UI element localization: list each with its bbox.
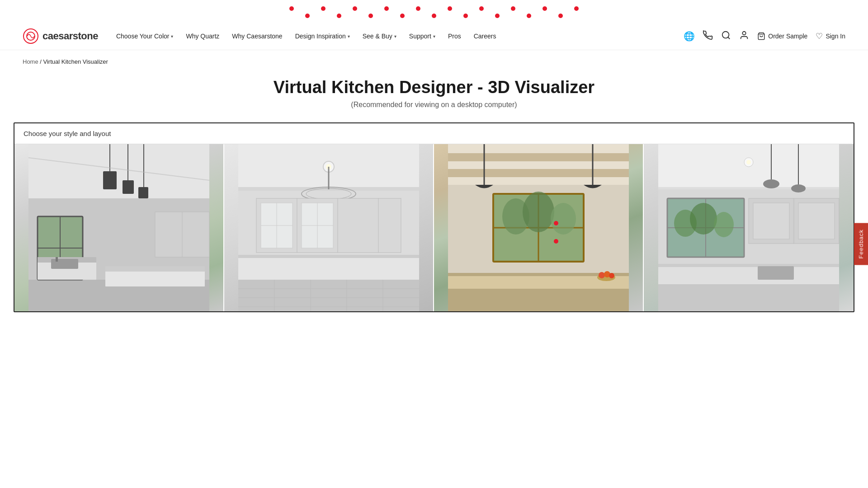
- dot: [527, 14, 531, 18]
- svg-rect-99: [798, 203, 835, 239]
- logo-icon: [23, 28, 39, 44]
- svg-point-90: [690, 203, 717, 235]
- kitchen-modern[interactable]: [14, 144, 224, 311]
- dot: [353, 6, 357, 11]
- dot: [368, 14, 373, 18]
- dot: [432, 14, 436, 18]
- svg-point-3: [743, 31, 746, 34]
- svg-rect-25: [105, 266, 205, 272]
- feedback-tab[interactable]: Feedback: [854, 223, 868, 265]
- dot: [384, 6, 389, 11]
- visualizer-section: Choose your style and layout: [14, 122, 854, 312]
- kitchen-traditional-image: [224, 144, 433, 311]
- dot: [479, 6, 484, 11]
- chevron-down-icon: ▾: [348, 34, 350, 39]
- style-layout-label: Choose your style and layout: [14, 123, 854, 144]
- svg-rect-21: [123, 180, 134, 194]
- nav-why-caesarstone[interactable]: Why Caesarstone: [232, 33, 282, 40]
- search-icon[interactable]: [721, 30, 731, 42]
- breadcrumb-home[interactable]: Home: [23, 58, 38, 65]
- dot: [495, 14, 500, 18]
- svg-rect-78: [448, 289, 629, 311]
- svg-rect-16: [56, 257, 58, 262]
- dot: [400, 14, 405, 18]
- sign-in-button[interactable]: ♡ Sign In: [816, 31, 845, 41]
- svg-rect-81: [658, 187, 839, 189]
- dot: [305, 14, 310, 18]
- svg-rect-49: [238, 257, 419, 280]
- svg-point-84: [746, 160, 751, 164]
- logo[interactable]: caesarstone: [23, 28, 98, 44]
- page-title: Virtual Kitchen Designer - 3D Visualizer: [0, 78, 868, 97]
- svg-point-69: [551, 203, 576, 235]
- header-right: 🌐 Order Sample: [684, 30, 845, 42]
- dot-row-2: [0, 14, 868, 18]
- hotspot-dot[interactable]: [554, 221, 558, 225]
- dot-banner: [0, 0, 868, 23]
- nav-support[interactable]: Support ▾: [409, 33, 435, 40]
- svg-point-91: [714, 212, 734, 237]
- chevron-down-icon: ▾: [433, 34, 435, 39]
- nav-why-quartz[interactable]: Why Quartz: [186, 33, 219, 40]
- kitchen-coastal-image: [644, 144, 854, 311]
- dot: [574, 6, 579, 11]
- kitchen-traditional[interactable]: [224, 144, 434, 311]
- chevron-down-icon: ▾: [171, 34, 173, 39]
- kitchen-coastal[interactable]: [644, 144, 854, 311]
- svg-point-75: [599, 272, 605, 278]
- cart-icon: [757, 32, 765, 40]
- kitchen-grid: [14, 144, 854, 311]
- svg-rect-98: [753, 203, 789, 239]
- dot: [416, 6, 420, 11]
- breadcrumb-current: Virtual Kitchen Visualizer: [43, 58, 108, 65]
- heart-icon: ♡: [816, 31, 823, 41]
- dot: [448, 6, 452, 11]
- page-title-section: Virtual Kitchen Designer - 3D Visualizer…: [0, 69, 868, 122]
- user-icon[interactable]: [739, 30, 749, 42]
- dot: [463, 14, 468, 18]
- breadcrumb-separator: /: [40, 58, 43, 65]
- kitchen-farmhouse-image: [434, 144, 643, 311]
- svg-rect-23: [138, 187, 148, 198]
- svg-rect-24: [105, 271, 205, 286]
- svg-point-77: [609, 273, 614, 278]
- globe-icon[interactable]: 🌐: [684, 31, 695, 42]
- svg-rect-61: [448, 169, 629, 177]
- page-subtitle: (Recommended for viewing on a desktop co…: [0, 101, 868, 109]
- nav-careers[interactable]: Careers: [474, 33, 496, 40]
- nav-pros[interactable]: Pros: [448, 33, 461, 40]
- svg-rect-15: [51, 259, 78, 269]
- svg-point-68: [523, 192, 554, 232]
- nav-design-inspiration[interactable]: Design Inspiration ▾: [295, 33, 350, 40]
- dot: [337, 14, 341, 18]
- hotspot-dot[interactable]: [554, 239, 558, 244]
- kitchen-farmhouse[interactable]: [434, 144, 644, 311]
- svg-rect-101: [658, 264, 839, 267]
- svg-rect-19: [103, 171, 117, 189]
- breadcrumb: Home / Virtual Kitchen Visualizer: [0, 50, 868, 69]
- order-sample-button[interactable]: Order Sample: [757, 32, 807, 40]
- header: caesarstone Choose Your Color ▾ Why Quar…: [0, 23, 868, 50]
- svg-rect-6: [28, 144, 209, 198]
- svg-point-95: [791, 184, 806, 192]
- svg-rect-103: [658, 284, 839, 311]
- dot: [542, 6, 547, 11]
- dot: [511, 6, 515, 11]
- dot: [321, 6, 326, 11]
- dot-row-1: [0, 6, 868, 11]
- dot: [558, 14, 563, 18]
- svg-point-2: [722, 31, 729, 38]
- nav-see-buy[interactable]: See & Buy ▾: [363, 33, 396, 40]
- svg-point-93: [763, 179, 779, 188]
- brand-name: caesarstone: [42, 30, 98, 42]
- svg-rect-59: [448, 144, 629, 185]
- kitchen-modern-image: [14, 144, 223, 311]
- chevron-down-icon: ▾: [394, 34, 396, 39]
- dot: [289, 6, 294, 11]
- svg-rect-60: [448, 153, 629, 161]
- nav-choose-color[interactable]: Choose Your Color ▾: [116, 33, 174, 40]
- phone-icon[interactable]: [703, 30, 713, 42]
- svg-rect-102: [758, 266, 794, 280]
- main-nav: Choose Your Color ▾ Why Quartz Why Caesa…: [116, 33, 684, 40]
- svg-rect-50: [238, 255, 419, 258]
